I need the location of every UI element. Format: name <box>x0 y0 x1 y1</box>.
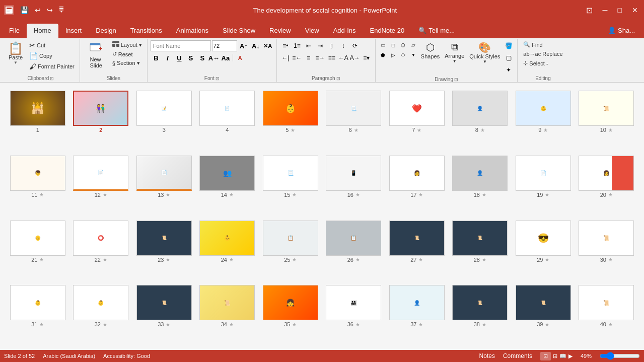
shape-5[interactable]: ⬟ <box>379 50 388 59</box>
slide-item-30[interactable]: 📜30★ <box>577 221 636 277</box>
tab-view[interactable]: View <box>298 24 326 38</box>
tab-transitions[interactable]: Transitions <box>123 24 169 38</box>
slide-item-23[interactable]: 📜23★ <box>134 221 194 277</box>
slide-item-14[interactable]: 👥14★ <box>198 156 257 212</box>
tab-slideshow[interactable]: Slide Show <box>216 24 262 38</box>
text-shadow-btn2[interactable]: ←| <box>280 52 291 63</box>
align-center-button[interactable]: ≡ <box>303 52 314 63</box>
normal-view-button[interactable]: ⊡ <box>540 352 551 360</box>
slide-item-22[interactable]: ⭕22★ <box>71 221 131 277</box>
strikethrough-button[interactable]: S <box>185 52 196 63</box>
paste-button[interactable]: 📋 Paste ▼ <box>5 40 26 67</box>
select-button[interactable]: ⊹Select - <box>521 59 564 67</box>
minimize-button[interactable]: ─ <box>601 5 610 15</box>
zoom-slider[interactable] <box>600 352 640 360</box>
text-align-more[interactable]: ≡▾ <box>361 52 372 63</box>
layout-button[interactable]: Layout ▾ <box>110 40 144 49</box>
font-expand[interactable]: ⊡ <box>216 76 220 81</box>
shape-3[interactable]: ⬡ <box>399 40 408 49</box>
tab-animations[interactable]: Animations <box>169 24 216 38</box>
copy-button[interactable]: 📄 Copy <box>27 51 77 61</box>
new-slide-button[interactable]: New Slide <box>83 40 109 70</box>
slide-item-20[interactable]: 👩20★ <box>577 156 636 212</box>
increase-font-button[interactable]: A↑ <box>238 40 249 51</box>
slide-item-26[interactable]: 📋26★ <box>324 221 384 277</box>
shape-1[interactable]: ▭ <box>379 40 388 49</box>
quick-styles-button[interactable]: 🎨 Quick Styles ▼ <box>467 40 502 65</box>
slide-item-37[interactable]: 👤37★ <box>387 285 447 342</box>
slide-item-31[interactable]: 👶31★ <box>8 285 67 342</box>
columns-button[interactable]: ⫿ <box>326 40 337 51</box>
slidesorter-button[interactable]: ⊞ <box>553 353 557 359</box>
format-painter-button[interactable]: 🖌 Format Painter <box>27 61 77 71</box>
font-size-input[interactable] <box>212 40 237 51</box>
slide-item-7[interactable]: ❤️7★ <box>387 91 447 148</box>
shape-7[interactable]: ⬭ <box>399 50 408 59</box>
save-button[interactable]: 💾 <box>18 5 31 15</box>
slide-item-10[interactable]: 📜10★ <box>577 91 636 148</box>
shape-fill-button[interactable]: 🪣 <box>503 40 514 51</box>
text-direction-button[interactable]: ⟳ <box>349 40 361 51</box>
slide-item-33[interactable]: 📜33★ <box>134 285 194 342</box>
find-button[interactable]: 🔍Find <box>521 40 564 49</box>
shape-outline-button[interactable]: ▢ <box>503 52 514 63</box>
bold-button[interactable]: B <box>151 52 162 63</box>
font-case-button[interactable]: Aa <box>220 52 231 63</box>
slide-item-15[interactable]: 📃15★ <box>261 156 320 212</box>
slideshow-button[interactable]: ▶ <box>568 353 573 359</box>
slide-item-21[interactable]: 👴21★ <box>8 221 67 277</box>
character-spacing-button[interactable]: A↔ <box>208 52 220 63</box>
align-right-button[interactable]: ≡→ <box>315 52 326 63</box>
slide-item-25[interactable]: 📋25★ <box>261 221 320 277</box>
clipboard-expand[interactable]: ⊡ <box>50 76 54 81</box>
slide-item-1[interactable]: 🕌1 <box>8 91 67 148</box>
rtl-button[interactable]: ←A <box>338 52 349 63</box>
decrease-font-button[interactable]: A↓ <box>250 40 261 51</box>
italic-button[interactable]: I <box>162 52 173 63</box>
slide-item-24[interactable]: 👶24★ <box>198 221 257 277</box>
slide-item-11[interactable]: 👦11★ <box>8 156 67 212</box>
slide-item-19[interactable]: 📄19★ <box>514 156 573 212</box>
tab-home[interactable]: Home <box>27 24 58 38</box>
slide-item-38[interactable]: 📜38★ <box>451 285 510 342</box>
section-button[interactable]: §Section ▾ <box>110 59 144 67</box>
slide-item-12[interactable]: 📄12★ <box>71 156 131 212</box>
slide-item-2[interactable]: 👫2 <box>71 91 131 148</box>
bullets-button[interactable]: ≡• <box>280 40 291 51</box>
customize-qat-button[interactable] <box>57 5 66 16</box>
more-shapes[interactable]: ▼ <box>409 50 418 59</box>
share-button[interactable]: 👤 Sha... <box>601 24 642 38</box>
styles-dropdown[interactable]: ▼ <box>483 59 487 64</box>
slide-item-39[interactable]: 📜39★ <box>514 285 573 342</box>
tab-review[interactable]: Review <box>262 24 298 38</box>
slide-item-9[interactable]: 👶9★ <box>514 91 573 148</box>
arrange-dropdown[interactable]: ▼ <box>453 59 457 63</box>
justify-button[interactable]: ≡≡ <box>326 52 337 63</box>
undo-button[interactable]: ↩ <box>33 5 43 15</box>
slide-item-18[interactable]: 👤18★ <box>451 156 510 212</box>
notes-button[interactable]: Notes <box>479 352 495 359</box>
comments-button[interactable]: Comments <box>503 352 532 359</box>
shape-4[interactable]: ▱ <box>409 40 418 49</box>
slide-item-13[interactable]: 📄13★ <box>134 156 194 212</box>
tab-search[interactable]: 🔍 Tell me... <box>411 24 462 38</box>
font-color-button[interactable]: A <box>235 52 246 63</box>
reading-view-button[interactable]: 📖 <box>559 353 566 359</box>
slide-item-35[interactable]: 👧35★ <box>261 285 320 342</box>
slide-item-4[interactable]: 📄4 <box>198 91 257 148</box>
increase-indent-button[interactable]: ⇥ <box>315 40 326 51</box>
shape-effects-button[interactable]: ✦ <box>503 64 514 76</box>
para-expand[interactable]: ⊡ <box>336 76 340 81</box>
numbering-button[interactable]: 1≡ <box>292 40 303 51</box>
ltr-button[interactable]: A→ <box>349 52 361 63</box>
tab-addins[interactable]: Add-Ins <box>326 24 363 38</box>
slide-item-34[interactable]: 📜34★ <box>198 285 257 342</box>
replace-button[interactable]: ab→acReplace <box>521 50 564 58</box>
slide-item-29[interactable]: 😎29★ <box>514 221 573 277</box>
shadow-button[interactable]: S <box>197 52 208 63</box>
slide-item-16[interactable]: 📱16★ <box>324 156 384 212</box>
slide-item-6[interactable]: 📃6★ <box>324 91 384 148</box>
shapes-button[interactable]: ⬡ Shapes <box>419 40 442 60</box>
slide-item-40[interactable]: 📜40★ <box>577 285 636 342</box>
arrange-button[interactable]: ⧉ Arrange ▼ <box>443 40 466 64</box>
